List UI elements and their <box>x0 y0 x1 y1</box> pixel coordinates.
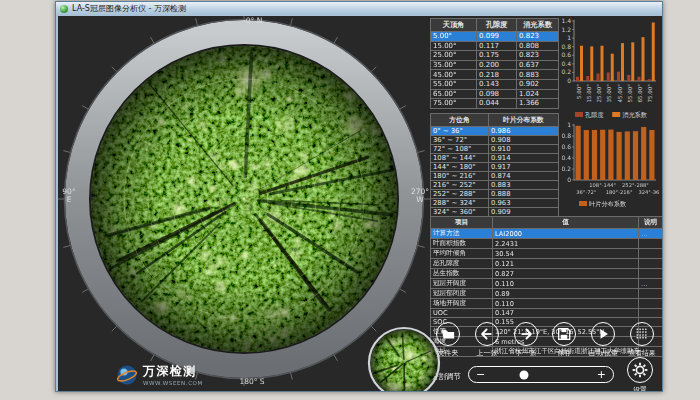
table-row[interactable]: 0° ~ 36°0.986 <box>431 127 559 136</box>
svg-text:消光系数: 消光系数 <box>622 111 647 119</box>
slider-minus-button[interactable]: − <box>476 369 485 380</box>
table-cell: 0.908 <box>489 136 559 145</box>
table-cell: 2.2431 <box>493 239 639 249</box>
table-cell: 0.883 <box>489 181 559 190</box>
button-label: 保存 <box>546 348 582 358</box>
table-row[interactable]: 252° ~ 288°0.888 <box>431 190 559 199</box>
svg-text:65.00°: 65.00° <box>637 84 643 103</box>
table-row[interactable]: 144° ~ 180°0.917 <box>431 163 559 172</box>
next-icon[interactable] <box>514 322 538 346</box>
compass-label-east: 90° E <box>58 188 80 204</box>
table-row[interactable]: 216° ~ 252°0.883 <box>431 181 559 190</box>
bar <box>621 43 624 81</box>
table-row[interactable]: 冠层郁闭度0.89 <box>431 289 663 299</box>
column-header: 值 <box>493 217 639 229</box>
table-cell: 0.902 <box>517 79 559 89</box>
bar <box>601 46 604 81</box>
settings-label: 设置 <box>618 385 662 391</box>
table-row[interactable]: 场地开阔度0.110 <box>431 299 663 309</box>
save-icon[interactable] <box>552 322 576 346</box>
table-cell: 45.00° <box>431 70 477 80</box>
prev-button[interactable]: 上一张 <box>469 322 505 358</box>
settings-button[interactable]: 设置 <box>618 357 662 391</box>
table-cell: 0.110 <box>493 299 639 309</box>
table-cell <box>639 299 663 309</box>
auto-icon[interactable] <box>591 322 615 346</box>
table-row[interactable]: 180° ~ 216°0.874 <box>431 172 559 181</box>
table-row[interactable]: 冠层开阔度0.110… <box>431 279 663 289</box>
results-icon[interactable] <box>630 322 654 346</box>
bar <box>608 130 613 180</box>
table-cell: 0.910 <box>489 145 559 154</box>
table-cell: 216° ~ 252° <box>431 181 489 190</box>
table-row[interactable]: 平均叶倾角30.54 <box>431 249 663 259</box>
table-cell: 1.024 <box>517 89 559 99</box>
table-row[interactable]: 总孔隙度0.121 <box>431 259 663 269</box>
svg-text:36°-72°: 36°-72° <box>576 189 597 195</box>
svg-text:0.8: 0.8 <box>561 43 571 50</box>
bar <box>649 130 654 180</box>
table-row[interactable]: 36° ~ 72°0.908 <box>431 136 559 145</box>
table-row[interactable]: 35.00°0.2000.637 <box>431 60 559 70</box>
prev-icon[interactable] <box>475 322 499 346</box>
table-row[interactable]: 叶面积指数2.2431 <box>431 239 663 249</box>
thumbnail-preview[interactable] <box>366 325 442 391</box>
table-cell: UOC <box>431 309 493 318</box>
resolution-slider[interactable]: − + <box>468 366 614 383</box>
table-cell: 0.110 <box>493 279 639 289</box>
table-cell: 25.00° <box>431 51 477 61</box>
svg-text:45.00°: 45.00° <box>617 84 623 103</box>
table-cell <box>639 309 663 318</box>
table-cell: 108° ~ 144° <box>431 154 489 163</box>
column-header: 天顶角 <box>431 19 477 32</box>
table-row[interactable]: 计算方法LAI2000… <box>431 229 663 239</box>
svg-text:1: 1 <box>567 121 571 128</box>
save-button[interactable]: 保存 <box>546 322 582 358</box>
table-cell: 0.823 <box>517 32 559 42</box>
table-cell: 144° ~ 180° <box>431 163 489 172</box>
results-button[interactable]: 查看结果 <box>624 322 660 358</box>
table-row[interactable]: 72° ~ 108°0.910 <box>431 145 559 154</box>
table-cell: 计算方法 <box>431 229 493 239</box>
table-cell: 5.00° <box>431 32 477 42</box>
table-row[interactable]: 55.00°0.1430.902 <box>431 79 559 89</box>
azimuth-table-container: 方位角叶片分布系数0° ~ 36°0.98636° ~ 72°0.90872° … <box>430 113 559 217</box>
column-header: 项目 <box>431 217 493 229</box>
table-cell: 总孔隙度 <box>431 259 493 269</box>
column-header: 消光系数 <box>517 19 559 32</box>
table-row[interactable]: 丛生指数0.827 <box>431 269 663 279</box>
svg-text:324°-360°: 324°-360° <box>638 189 659 195</box>
table-cell: 180° ~ 216° <box>431 172 489 181</box>
window-titlebar[interactable]: LA-S冠层图像分析仪 - 万深检测 <box>56 2 662 15</box>
column-header: 孔隙度 <box>477 19 517 32</box>
gear-icon[interactable] <box>627 357 653 383</box>
table-row[interactable]: 25.00°0.1750.823 <box>431 51 559 61</box>
svg-text:5.00°: 5.00° <box>576 84 582 99</box>
button-label: 下一张 <box>508 348 544 358</box>
table-cell: 30.54 <box>493 249 639 259</box>
table-cell: 36° ~ 72° <box>431 136 489 145</box>
svg-text:35.00°: 35.00° <box>606 84 612 103</box>
window-title: LA-S冠层图像分析仪 - 万深检测 <box>72 3 186 14</box>
auto-button[interactable]: 自动/批量 <box>585 322 621 358</box>
table-cell: 0.963 <box>489 199 559 208</box>
column-header: 说明 <box>639 217 663 229</box>
table-row[interactable]: UOC0.147 <box>431 309 663 318</box>
table-row[interactable]: 15.00°0.1170.808 <box>431 41 559 51</box>
next-button[interactable]: 下一张 <box>508 322 544 358</box>
bar <box>631 42 634 81</box>
table-row[interactable]: 45.00°0.2180.883 <box>431 70 559 80</box>
table-row[interactable]: 288° ~ 324°0.963 <box>431 199 559 208</box>
svg-text:0.2: 0.2 <box>561 68 571 75</box>
slider-knob[interactable] <box>519 370 528 379</box>
table-row[interactable]: 75.00°0.0441.366 <box>431 99 559 109</box>
table-cell: 65.00° <box>431 89 477 99</box>
slider-plus-button[interactable]: + <box>597 369 606 380</box>
svg-text:55.00°: 55.00° <box>627 84 633 103</box>
table-row[interactable]: 5.00°0.0990.823 <box>431 32 559 42</box>
bar <box>576 77 579 81</box>
table-cell: … <box>639 229 663 239</box>
table-row[interactable]: 108° ~ 144°0.914 <box>431 154 559 163</box>
table-row[interactable]: 65.00°0.0981.024 <box>431 89 559 99</box>
table-cell: 0.827 <box>493 269 639 279</box>
